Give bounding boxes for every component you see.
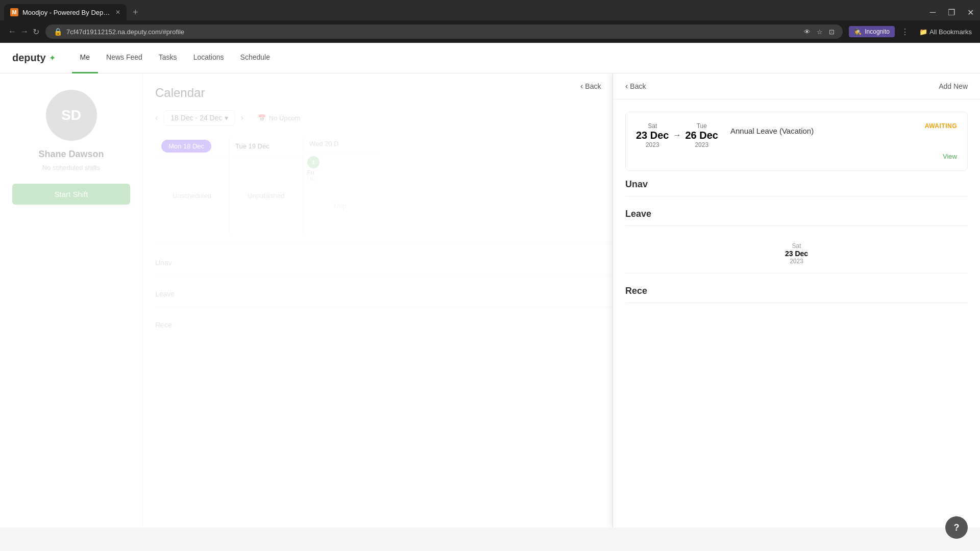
first-back-button[interactable]: ‹ Back [580, 82, 601, 91]
back-button[interactable]: ‹ Back [625, 82, 646, 91]
leave-to-date: Tue 26 Dec 2023 [685, 122, 719, 148]
main-content: SD Shane Dawson No scheduled shifts Star… [0, 73, 980, 528]
view-label: View [943, 153, 957, 160]
reload-button[interactable]: ↻ [33, 27, 39, 37]
calendar-dim-overlay [0, 73, 612, 528]
tab-favicon: M [10, 8, 18, 16]
leave-card-header: Sat 23 Dec 2023 → Tue 26 Dec 2023 Annual… [636, 122, 957, 148]
recent-section: Rece [625, 286, 968, 303]
incognito-label: Incognito [865, 28, 890, 35]
eye-slash-icon: 👁 [804, 28, 811, 36]
add-new-label: Add New [939, 82, 968, 90]
to-date-num: 26 Dec [685, 130, 719, 141]
to-day-name: Tue [685, 122, 719, 130]
nav-item-locations[interactable]: Locations [185, 43, 232, 73]
awaiting-status-badge: AWAITING [925, 122, 957, 130]
help-icon: ? [954, 522, 960, 528]
bookmarks-bar: 📁 All Bookmarks [919, 28, 972, 36]
from-year: 2023 [636, 141, 669, 148]
lock-icon: 🔒 [54, 28, 62, 36]
nav-label-locations: Locations [193, 53, 224, 61]
leave-section-title: Leave [625, 209, 968, 226]
from-date-num: 23 Dec [636, 130, 669, 141]
overlay-header: ‹ Back Add New [613, 73, 980, 99]
nav-buttons: ← → ↻ [8, 27, 39, 37]
tab-close-icon[interactable]: ✕ [115, 9, 120, 16]
forward-nav-button[interactable]: → [20, 27, 29, 37]
logo-text: deputy [12, 52, 46, 64]
right-overlay-panel: ‹ Back ‹ Back Add New [612, 73, 980, 528]
maximize-button[interactable]: ❐ [946, 6, 957, 19]
active-tab[interactable]: M Moodjoy - Powered By Deputy ✕ [4, 4, 127, 20]
nav-label-tasks: Tasks [159, 53, 177, 61]
extensions-button[interactable]: ⋮ [901, 27, 909, 37]
bookmarks-label: All Bookmarks [929, 28, 972, 36]
leave-item: Sat 23 Dec 2023 [625, 234, 968, 273]
star-icon[interactable]: ☆ [817, 28, 823, 36]
view-leave-button[interactable]: View [636, 153, 957, 160]
nav-item-news-feed[interactable]: News Feed [98, 43, 151, 73]
new-tab-button[interactable]: + [129, 5, 142, 20]
leave-card: Sat 23 Dec 2023 → Tue 26 Dec 2023 Annual… [625, 112, 968, 171]
nav-item-schedule[interactable]: Schedule [232, 43, 278, 73]
window-controls: ─ ❐ ✕ [928, 6, 976, 19]
recent-section-title: Rece [625, 286, 968, 303]
incognito-icon: 🕵 [854, 28, 862, 35]
minimize-button[interactable]: ─ [928, 6, 938, 19]
to-year: 2023 [685, 141, 719, 148]
browser-toolbar: ← → ↻ 🔒 7cf47d19112152.na.deputy.com/#pr… [0, 20, 980, 43]
leave-date-range: Sat 23 Dec 2023 → Tue 26 Dec 2023 Annual… [636, 122, 814, 148]
nav-label-schedule: Schedule [240, 53, 270, 61]
date-arrow-icon: → [673, 131, 681, 140]
address-bar-icons: 👁 ☆ ⊡ [804, 28, 835, 36]
unav-section-title: Unav [625, 179, 968, 196]
leave-from-date: Sat 23 Dec 2023 [636, 122, 669, 148]
nav-label-me: Me [80, 53, 90, 61]
unavailability-section: Unav [625, 179, 968, 196]
leave-date-value: 23 Dec [625, 249, 968, 258]
leave-year-value: 2023 [625, 258, 968, 265]
from-day-name: Sat [636, 122, 669, 130]
tab-title: Moodjoy - Powered By Deputy [22, 9, 111, 16]
back-nav-button[interactable]: ← [8, 27, 16, 37]
leave-item-date: Sat 23 Dec 2023 [625, 242, 968, 265]
first-back-area: ‹ Back [572, 73, 617, 99]
nav-item-me[interactable]: Me [72, 43, 98, 73]
incognito-profile[interactable]: 🕵 Incognito [849, 26, 895, 37]
logo-star-icon: ✦ [49, 53, 56, 63]
leave-day-label: Sat [625, 242, 968, 249]
top-navigation: deputy ✦ Me News Feed Tasks Locations Sc… [0, 43, 980, 73]
back-arrow-icon: ‹ [625, 82, 628, 91]
first-back-label: Back [585, 82, 601, 90]
back-label: Back [630, 82, 646, 90]
nav-item-tasks[interactable]: Tasks [151, 43, 185, 73]
leave-type-label: Annual Leave (Vacation) [730, 127, 814, 135]
deputy-logo: deputy ✦ [12, 52, 56, 64]
address-text: 7cf47d19112152.na.deputy.com/#profile [66, 28, 800, 36]
bookmarks-folder-icon: 📁 [919, 28, 927, 36]
first-back-arrow-icon: ‹ [580, 82, 583, 91]
overlay-content: Sat 23 Dec 2023 → Tue 26 Dec 2023 Annual… [613, 99, 980, 528]
split-view-icon[interactable]: ⊡ [829, 28, 835, 36]
nav-label-news-feed: News Feed [106, 53, 142, 61]
address-bar[interactable]: 🔒 7cf47d19112152.na.deputy.com/#profile … [45, 24, 843, 39]
add-new-button[interactable]: Add New [939, 82, 968, 90]
close-window-button[interactable]: ✕ [965, 6, 976, 19]
leave-section: Leave Sat 23 Dec 2023 [625, 209, 968, 273]
